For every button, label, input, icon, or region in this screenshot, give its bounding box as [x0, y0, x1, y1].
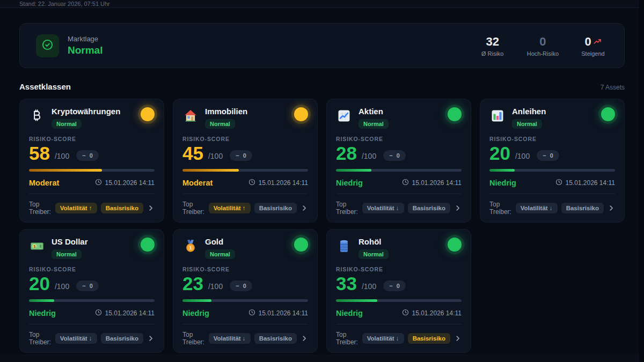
- status-badge: Normal: [512, 119, 542, 129]
- asset-title: US Dollar: [52, 237, 88, 246]
- house-icon: [182, 108, 199, 124]
- chevron-right-icon[interactable]: [147, 204, 155, 212]
- risk-level: Niedrig: [182, 309, 209, 317]
- risk-progress-fill: [29, 299, 54, 302]
- score-title: RISIKO-SCORE: [29, 136, 155, 142]
- score-max: /100: [208, 152, 223, 161]
- market-state-value: Normal: [68, 45, 103, 56]
- chevron-right-icon[interactable]: [454, 335, 462, 342]
- driver-chip: Volatilität ↓: [209, 333, 251, 344]
- score-title: RISIKO-SCORE: [336, 136, 462, 142]
- driver-chip: Volatilität ↑: [55, 203, 97, 213]
- gold-medal-icon: 1: [182, 238, 199, 254]
- chevron-right-icon[interactable]: [608, 204, 615, 212]
- market-state-banner: Marktlage Normal 32 Ø Risiko 0 Hoch-Risi…: [19, 23, 625, 68]
- drivers-label: Top Treiber:: [182, 201, 205, 216]
- score-max: /100: [362, 282, 376, 292]
- chevron-right-icon[interactable]: [301, 335, 308, 342]
- asset-title: Aktien: [358, 107, 389, 116]
- clock-icon: [248, 179, 255, 187]
- risk-level: Moderat: [182, 179, 213, 187]
- timestamp: 15.01.2026 14:11: [95, 179, 155, 187]
- clock-icon: [402, 179, 409, 187]
- risk-progress-track: [29, 169, 155, 172]
- score-max: /100: [55, 282, 69, 292]
- status-dot: [448, 238, 462, 252]
- driver-chip: Volatilität ↓: [362, 203, 404, 213]
- driver-chip: Basisrisiko: [408, 203, 450, 213]
- risk-score: 20: [489, 145, 510, 161]
- driver-chip: Volatilität ↓: [362, 333, 404, 344]
- last-updated-text: Stand: 22. Januar 2026, 07:51 Uhr: [19, 1, 110, 7]
- clock-icon: [248, 309, 255, 317]
- risk-progress-track: [336, 169, 462, 172]
- asset-title: Immobilien: [205, 107, 247, 116]
- asset-count: 7 Assets: [601, 84, 625, 91]
- score-max: /100: [55, 152, 69, 161]
- clock-icon: [402, 309, 409, 317]
- score-title: RISIKO-SCORE: [29, 266, 155, 272]
- driver-chip: Volatilität ↓: [55, 333, 97, 344]
- chevron-right-icon[interactable]: [454, 204, 462, 212]
- score-title: RISIKO-SCORE: [336, 266, 462, 272]
- asset-card-aktien[interactable]: Aktien Normal RISIKO-SCORE 28 /100 −0 Ni…: [326, 99, 471, 223]
- drivers-label: Top Treiber:: [336, 201, 358, 216]
- drivers-label: Top Treiber:: [182, 331, 205, 346]
- asset-card-gold[interactable]: 1 Gold Normal RISIKO-SCORE 23 /100 −0 Ni…: [173, 229, 318, 353]
- asset-title: Rohöl: [358, 237, 389, 246]
- clock-icon: [95, 309, 102, 317]
- timestamp: 15.01.2026 14:11: [555, 179, 615, 187]
- asset-card-immobilien[interactable]: Immobilien Normal RISIKO-SCORE 45 /100 −…: [173, 99, 318, 223]
- asset-title: Gold: [205, 237, 235, 246]
- risk-level: Moderat: [29, 179, 59, 187]
- status-dot: [294, 238, 308, 252]
- delta-pill: −0: [76, 150, 99, 161]
- risk-progress-fill: [29, 169, 102, 172]
- dollar-banknote-icon: $: [29, 238, 45, 254]
- asset-card-us-dollar[interactable]: $ US Dollar Normal RISIKO-SCORE 20 /100 …: [19, 229, 164, 353]
- asset-card-anleihen[interactable]: Anleihen Normal RISIKO-SCORE 20 /100 −0 …: [480, 99, 625, 223]
- risk-score: 33: [336, 276, 357, 292]
- scrollbar[interactable]: [639, 0, 644, 362]
- driver-chip: Basisrisiko: [101, 333, 143, 344]
- driver-chip: Volatilität ↑: [209, 203, 251, 213]
- bitcoin-icon: [29, 108, 45, 124]
- risk-progress-track: [182, 299, 308, 302]
- driver-chip: Basisrisiko: [408, 333, 450, 344]
- timestamp: 15.01.2026 14:11: [248, 309, 308, 317]
- risk-score: 23: [182, 276, 203, 292]
- chevron-right-icon[interactable]: [301, 204, 308, 212]
- driver-chip: Basisrisiko: [254, 333, 297, 344]
- risk-score: 45: [182, 145, 203, 161]
- market-state-label: Marktlage: [68, 35, 103, 43]
- chevron-right-icon[interactable]: [147, 335, 155, 342]
- status-bar: Stand: 22. Januar 2026, 07:51 Uhr: [0, 0, 644, 8]
- risk-level: Niedrig: [29, 309, 56, 317]
- delta-pill: −0: [76, 280, 99, 291]
- status-badge: Normal: [52, 249, 82, 259]
- risk-progress-fill: [489, 169, 515, 172]
- risk-progress-track: [489, 169, 615, 172]
- timestamp: 15.01.2026 14:11: [402, 179, 462, 187]
- drivers-label: Top Treiber:: [336, 331, 358, 346]
- asset-card-kryptowaehrungen[interactable]: Kryptowährungen Normal RISIKO-SCORE 58 /…: [19, 99, 164, 223]
- status-badge: Normal: [205, 249, 235, 259]
- status-badge: Normal: [205, 119, 235, 129]
- delta-pill: −0: [230, 150, 252, 161]
- timestamp: 15.01.2026 14:11: [95, 309, 155, 317]
- driver-chip: Basisrisiko: [101, 203, 143, 213]
- risk-level: Niedrig: [336, 179, 363, 187]
- risk-progress-fill: [182, 299, 211, 302]
- delta-pill: −0: [383, 150, 406, 161]
- stat-avg-risk: 32 Ø Risiko: [478, 35, 508, 57]
- status-badge: Normal: [358, 119, 389, 129]
- footer-strip: [0, 354, 644, 362]
- drivers-label: Top Treiber:: [489, 201, 512, 216]
- svg-text:1: 1: [189, 245, 192, 250]
- market-stats: 32 Ø Risiko 0 Hoch-Risiko 0 Steigend: [478, 35, 608, 57]
- status-dot: [294, 107, 308, 121]
- status-dot: [601, 107, 615, 121]
- risk-level: Niedrig: [336, 309, 363, 317]
- bar-chart-icon: [489, 108, 506, 124]
- asset-card-rohoel[interactable]: Rohöl Normal RISIKO-SCORE 33 /100 −0 Nie…: [326, 229, 471, 353]
